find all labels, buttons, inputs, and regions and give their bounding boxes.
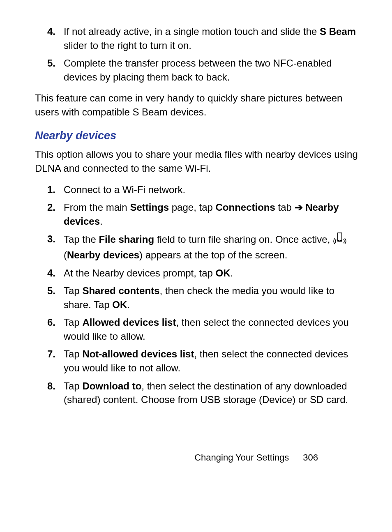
page-footer: Changing Your Settings 306 [194, 451, 318, 464]
list-number: 1. [42, 183, 64, 197]
text: Tap [64, 285, 82, 296]
list-item-body: Connect to a Wi-Fi network. [64, 183, 359, 197]
bold-text: Allowed devices list [82, 317, 176, 328]
text: . [231, 267, 233, 279]
list-item: 4. At the Nearby devices prompt, tap OK. [35, 266, 359, 280]
text: Connect to a Wi-Fi network. [64, 184, 185, 195]
list-item-body: Tap Shared contents, then check the medi… [64, 284, 359, 311]
list-number: 2. [42, 200, 64, 228]
list-number: 6. [42, 316, 64, 343]
list-item-body: From the main Settings page, tap Connect… [64, 200, 359, 228]
text: . [100, 216, 103, 227]
svg-rect-1 [338, 233, 341, 240]
list-item-body: Complete the transfer process between th… [64, 56, 359, 84]
footer-section-name: Changing Your Settings [194, 452, 289, 463]
text: tab [275, 202, 295, 213]
text: page, tap [169, 202, 215, 213]
list-number: 7. [42, 347, 64, 375]
list-number: 4. [42, 266, 64, 280]
text: slider to the right to turn it on. [64, 40, 191, 51]
bold-text: Connections [216, 202, 275, 213]
list-item: 4. If not already active, in a single mo… [35, 25, 359, 52]
list-item-body: Tap Allowed devices list, then select th… [64, 316, 359, 343]
text: Complete the transfer process between th… [64, 58, 332, 83]
list-item-body: Tap Download to, then select the destina… [64, 379, 359, 407]
text: If not already active, in a single motio… [64, 26, 320, 37]
list-item-body: At the Nearby devices prompt, tap OK. [64, 266, 359, 280]
list-number: 4. [42, 25, 64, 52]
bold-text: Nearby devices [67, 249, 139, 260]
list-number: 3. [42, 232, 64, 262]
list-item: 5. Tap Shared contents, then check the m… [35, 284, 359, 311]
list-item: 1. Connect to a Wi-Fi network. [35, 183, 359, 197]
text: Tap [64, 317, 82, 328]
list-number: 5. [42, 56, 64, 84]
text: Tap [64, 380, 82, 392]
text: ( [64, 249, 67, 260]
section-heading-nearby-devices: Nearby devices [35, 128, 359, 144]
page-number: 306 [303, 452, 318, 463]
text: . [127, 299, 130, 310]
list-item: 7. Tap Not-allowed devices list, then se… [35, 347, 359, 375]
svg-point-2 [339, 240, 340, 241]
text: ) appears at the top of the screen. [139, 249, 287, 260]
bold-text: Shared contents [82, 285, 159, 296]
list-item: 3. Tap the File sharing field to turn fi… [35, 232, 359, 262]
arrow-icon: ➔ [295, 202, 303, 213]
nearby-devices-icon [333, 232, 347, 248]
text: At the Nearby devices prompt, tap [64, 267, 216, 279]
list-number: 8. [42, 379, 64, 407]
list-item: 5. Complete the transfer process between… [35, 56, 359, 84]
bold-text: File sharing [99, 234, 154, 245]
list-item-body: Tap the File sharing field to turn file … [64, 232, 359, 262]
list-item-body: Tap Not-allowed devices list, then selec… [64, 347, 359, 375]
list-item: 2. From the main Settings page, tap Conn… [35, 200, 359, 228]
bold-text: S Beam [320, 26, 356, 37]
text: Tap the [64, 234, 99, 245]
text: field to turn file sharing on. Once acti… [154, 234, 333, 245]
bold-text: Settings [130, 202, 169, 213]
text: Tap [64, 348, 82, 359]
bold-text: OK [216, 267, 231, 279]
paragraph: This option allows you to share your med… [35, 147, 359, 175]
list-item: 6. Tap Allowed devices list, then select… [35, 316, 359, 343]
text: From the main [64, 202, 130, 213]
list-item-body: If not already active, in a single motio… [64, 25, 359, 52]
list-number: 5. [42, 284, 64, 311]
paragraph: This feature can come in very handy to q… [35, 91, 359, 119]
bold-text: Not-allowed devices list [82, 348, 194, 359]
list-item: 8. Tap Download to, then select the dest… [35, 379, 359, 407]
bold-text: Download to [82, 380, 141, 392]
bold-text: OK [112, 299, 127, 310]
